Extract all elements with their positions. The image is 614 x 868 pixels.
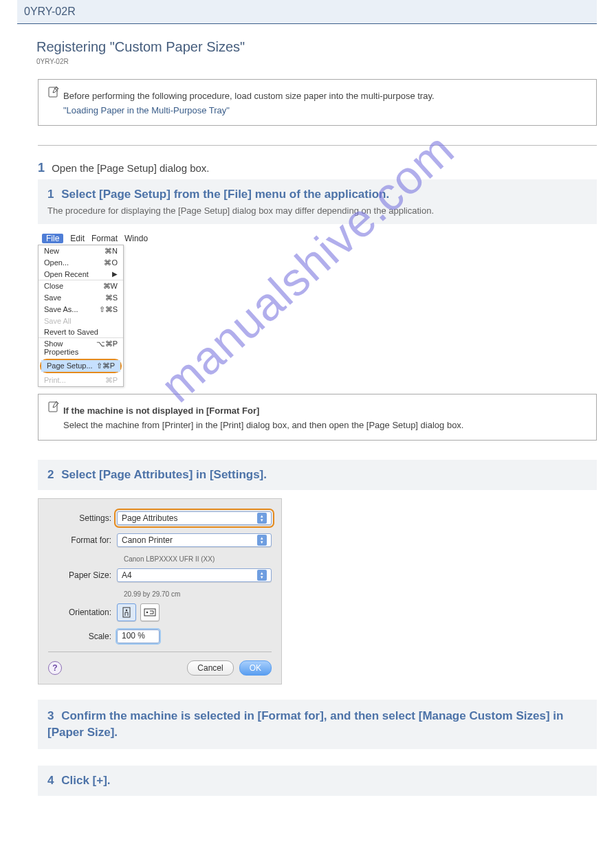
menu-window[interactable]: Windo xyxy=(124,234,148,243)
page-setup-dialog: Settings: Page Attributes ▴▾ Format for:… xyxy=(38,498,282,685)
menu-item-save[interactable]: Save⌘S xyxy=(39,292,123,304)
page-code-bar: 0YRY-02R xyxy=(17,0,597,23)
scale-value: 100 % xyxy=(122,631,145,641)
menu-item-save-all: Save All xyxy=(39,315,123,326)
svg-rect-4 xyxy=(144,609,155,616)
cancel-button[interactable]: Cancel xyxy=(187,660,233,676)
svg-point-3 xyxy=(126,610,128,612)
page-code: 0YRY-02R xyxy=(24,5,76,17)
menu-edit[interactable]: Edit xyxy=(70,234,85,243)
svg-point-5 xyxy=(146,612,149,614)
formatfor-value: Canon Printer xyxy=(122,535,173,545)
note2-body: Select the machine from [Printer] in the… xyxy=(63,420,586,430)
menu-item-print: Print...⌘P xyxy=(39,375,123,386)
menu-item-close[interactable]: Close⌘W xyxy=(39,280,123,292)
menu-item-save-as[interactable]: Save As...⇧⌘S xyxy=(39,304,123,315)
formatfor-combo[interactable]: Canon Printer ▴▾ xyxy=(117,533,272,547)
intro-text: Open the [Page Setup] dialog box. xyxy=(52,162,209,174)
settings-combo[interactable]: Page Attributes ▴▾ xyxy=(117,511,272,525)
dropdown-icon: ▴▾ xyxy=(257,535,267,546)
step-head: Confirm the machine is selected in [Form… xyxy=(47,709,563,739)
settings-label: Settings: xyxy=(48,513,117,523)
ok-button[interactable]: OK xyxy=(239,660,272,676)
settings-value: Page Attributes xyxy=(122,513,177,523)
note-box-2: If the machine is not displayed in [Form… xyxy=(38,394,597,441)
menubar: File Edit Format Windo xyxy=(38,232,597,245)
step-num: 2 xyxy=(47,468,54,481)
menu-format[interactable]: Format xyxy=(91,234,118,243)
intro-line: 1 Open the [Page Setup] dialog box. xyxy=(38,157,597,179)
divider xyxy=(38,145,597,146)
step-num: 4 xyxy=(47,774,54,787)
step-head: Select [Page Setup] from the [File] menu… xyxy=(61,188,389,201)
dropdown-icon: ▴▾ xyxy=(257,570,267,581)
step-head: Click [+]. xyxy=(61,774,110,787)
formatfor-label: Format for: xyxy=(48,535,117,545)
step-num: 1 xyxy=(47,188,54,201)
file-dropdown: New⌘N Open...⌘O Open Recent▶ Close⌘W Sav… xyxy=(38,245,124,387)
dropdown-icon: ▴▾ xyxy=(257,513,267,524)
menu-item-open[interactable]: Open...⌘O xyxy=(39,257,123,269)
papersize-sub: 20.99 by 29.70 cm xyxy=(124,590,272,598)
intro-num: 1 xyxy=(38,161,45,175)
file-menu-figure: File Edit Format Windo New⌘N Open...⌘O O… xyxy=(38,232,597,387)
scale-input[interactable]: 100 % xyxy=(117,630,160,643)
orientation-label: Orientation: xyxy=(48,608,117,617)
note-icon xyxy=(48,87,59,98)
scale-label: Scale: xyxy=(48,632,117,641)
landscape-icon xyxy=(144,608,156,617)
step-head: Select [Page Attributes] in [Settings]. xyxy=(61,468,267,481)
papersize-combo[interactable]: A4 ▴▾ xyxy=(117,568,272,582)
step-num: 3 xyxy=(47,709,54,722)
note-icon xyxy=(48,401,59,412)
menu-item-open-recent[interactable]: Open Recent▶ xyxy=(39,269,123,280)
help-button[interactable]: ? xyxy=(48,661,62,675)
orientation-portrait-button[interactable] xyxy=(117,603,136,621)
note-text: Before performing the following procedur… xyxy=(63,91,586,101)
step-3: 3 Confirm the machine is selected in [Fo… xyxy=(38,700,597,749)
note-box: Before performing the following procedur… xyxy=(38,79,597,126)
page-refcode: 0YRY-02R xyxy=(36,58,597,65)
portrait-icon xyxy=(122,607,131,618)
menu-item-revert[interactable]: Revert to Saved xyxy=(39,326,123,337)
step-sub: The procedure for displaying the [Page S… xyxy=(47,205,587,216)
note2-head: If the machine is not displayed in [Form… xyxy=(63,405,586,416)
chevron-right-icon: ▶ xyxy=(112,270,118,278)
menu-item-new[interactable]: New⌘N xyxy=(39,245,123,257)
formatfor-sub: Canon LBPXXXX UFR II (XX) xyxy=(124,555,272,563)
papersize-label: Paper Size: xyxy=(48,570,117,580)
menu-item-page-setup[interactable]: Page Setup...⇧⌘P xyxy=(41,360,120,372)
papersize-value: A4 xyxy=(122,570,132,580)
divider xyxy=(17,23,597,24)
step-2: 2 Select [Page Attributes] in [Settings]… xyxy=(38,460,597,490)
menu-file[interactable]: File xyxy=(42,234,63,243)
page-setup-highlight: Page Setup...⇧⌘P xyxy=(40,359,122,373)
step-1: 1 Select [Page Setup] from the [File] me… xyxy=(38,179,597,224)
orientation-landscape-button[interactable] xyxy=(140,603,160,621)
divider xyxy=(48,652,272,652)
step-4: 4 Click [+]. xyxy=(38,766,597,796)
menu-item-show-properties[interactable]: Show Properties⌥⌘P xyxy=(39,337,123,357)
page-title: Registering "Custom Paper Sizes" xyxy=(36,39,597,55)
note-link[interactable]: "Loading Paper in the Multi-Purpose Tray… xyxy=(63,105,586,115)
